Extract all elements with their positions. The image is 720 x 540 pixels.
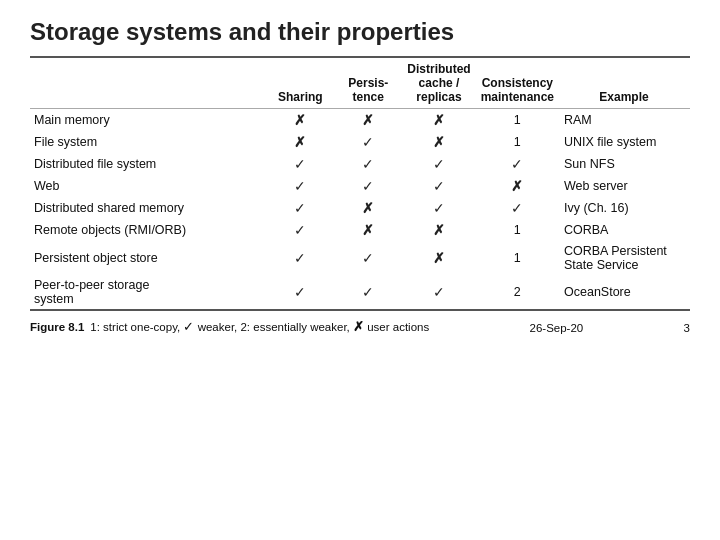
cross-icon: ✗ <box>433 134 445 150</box>
cell-value: 2 <box>514 285 521 299</box>
check-icon: ✓ <box>433 178 445 194</box>
cell-example: CORBA <box>560 219 690 241</box>
cell-distributed: ✓ <box>403 275 476 310</box>
cell-persistence: ✓ <box>335 153 403 175</box>
footer-check-icon: ✓ <box>183 319 194 334</box>
col-header-sharing: Sharing <box>267 57 335 109</box>
cell-consistency: ✗ <box>477 175 560 197</box>
check-icon: ✓ <box>433 284 445 300</box>
cell-value: 1 <box>514 223 521 237</box>
cell-consistency: ✓ <box>477 197 560 219</box>
check-icon: ✓ <box>294 156 306 172</box>
col-header-label <box>30 57 267 109</box>
cell-consistency: 2 <box>477 275 560 310</box>
check-icon: ✓ <box>511 200 523 216</box>
check-icon: ✓ <box>433 156 445 172</box>
check-icon: ✓ <box>294 250 306 266</box>
cross-icon: ✗ <box>511 178 523 194</box>
row-label: Web <box>30 175 267 197</box>
cell-sharing: ✓ <box>267 153 335 175</box>
cell-persistence: ✓ <box>335 175 403 197</box>
cell-value: 1 <box>514 135 521 149</box>
check-icon: ✓ <box>362 178 374 194</box>
cell-example: Ivy (Ch. 16) <box>560 197 690 219</box>
cross-icon: ✗ <box>294 134 306 150</box>
col-header-distributed: Distributedcache /replicas <box>403 57 476 109</box>
check-icon: ✓ <box>362 156 374 172</box>
cell-example: CORBA PersistentState Service <box>560 241 690 275</box>
check-icon: ✓ <box>511 156 523 172</box>
check-icon: ✓ <box>433 200 445 216</box>
cross-icon: ✗ <box>433 222 445 238</box>
check-icon: ✓ <box>294 178 306 194</box>
footer-cross-icon: ✗ <box>353 319 364 334</box>
cell-consistency: 1 <box>477 241 560 275</box>
cell-sharing: ✓ <box>267 197 335 219</box>
cell-consistency: ✓ <box>477 153 560 175</box>
col-header-persistence: Persis-tence <box>335 57 403 109</box>
cell-sharing: ✗ <box>267 131 335 153</box>
check-icon: ✓ <box>294 200 306 216</box>
cell-value: 1 <box>514 113 521 127</box>
cell-distributed: ✗ <box>403 241 476 275</box>
col-header-example: Example <box>560 57 690 109</box>
cross-icon: ✗ <box>362 112 374 128</box>
row-label: File system <box>30 131 267 153</box>
row-label: Persistent object store <box>30 241 267 275</box>
cell-distributed: ✗ <box>403 131 476 153</box>
cell-example: Web server <box>560 175 690 197</box>
row-label: Distributed shared memory <box>30 197 267 219</box>
footer-note: 1: strict one-copy, ✓ weaker, 2: essenti… <box>90 319 429 334</box>
cell-distributed: ✗ <box>403 219 476 241</box>
cell-sharing: ✓ <box>267 175 335 197</box>
cell-distributed: ✓ <box>403 175 476 197</box>
cell-persistence: ✗ <box>335 219 403 241</box>
cell-example: RAM <box>560 109 690 132</box>
cross-icon: ✗ <box>294 112 306 128</box>
check-icon: ✓ <box>294 222 306 238</box>
cell-distributed: ✓ <box>403 197 476 219</box>
cell-consistency: 1 <box>477 219 560 241</box>
cell-persistence: ✓ <box>335 131 403 153</box>
check-icon: ✓ <box>294 284 306 300</box>
cell-consistency: 1 <box>477 131 560 153</box>
row-label: Remote objects (RMI/ORB) <box>30 219 267 241</box>
cell-consistency: 1 <box>477 109 560 132</box>
cross-icon: ✗ <box>433 112 445 128</box>
cell-sharing: ✓ <box>267 275 335 310</box>
row-label: Main memory <box>30 109 267 132</box>
cell-persistence: ✗ <box>335 109 403 132</box>
footer-date: 26-Sep-20 <box>530 322 584 334</box>
page-title: Storage systems and their properties <box>30 18 690 46</box>
cell-persistence: ✓ <box>335 275 403 310</box>
cell-distributed: ✗ <box>403 109 476 132</box>
row-label: Peer-to-peer storagesystem <box>30 275 267 310</box>
footer-page: 3 <box>684 322 690 334</box>
cell-sharing: ✓ <box>267 219 335 241</box>
cell-persistence: ✗ <box>335 197 403 219</box>
check-icon: ✓ <box>362 284 374 300</box>
check-icon: ✓ <box>362 250 374 266</box>
cross-icon: ✗ <box>362 222 374 238</box>
cell-sharing: ✓ <box>267 241 335 275</box>
row-label: Distributed file system <box>30 153 267 175</box>
cross-icon: ✗ <box>433 250 445 266</box>
cell-distributed: ✓ <box>403 153 476 175</box>
cell-sharing: ✗ <box>267 109 335 132</box>
cell-example: OceanStore <box>560 275 690 310</box>
figure-label: Figure 8.1 <box>30 321 84 333</box>
cell-value: 1 <box>514 251 521 265</box>
check-icon: ✓ <box>362 134 374 150</box>
cell-example: Sun NFS <box>560 153 690 175</box>
cross-icon: ✗ <box>362 200 374 216</box>
cell-example: UNIX file system <box>560 131 690 153</box>
col-header-consistency: Consistencymaintenance <box>477 57 560 109</box>
cell-persistence: ✓ <box>335 241 403 275</box>
